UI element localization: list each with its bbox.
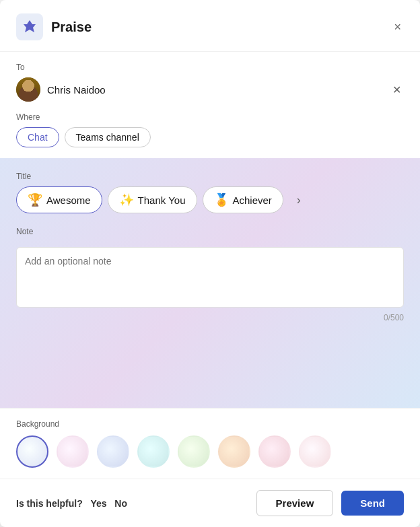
send-button[interactable]: Send [341,491,404,516]
to-label: To [16,63,404,72]
badge-thank-you-button[interactable]: ✨ Thank You [108,186,197,213]
badge-achiever-button[interactable]: 🏅 Achiever [203,186,283,213]
modal-title: Praise [51,20,391,35]
badge-awesome-button[interactable]: 🏆 Awesome [16,186,102,213]
color-circle-blush[interactable] [258,435,291,468]
remove-recipient-button[interactable]: ✕ [390,81,404,99]
background-section: Background [0,408,420,479]
note-section: Note 0/500 [16,227,404,322]
badge-thank-you-label: Thank You [138,195,186,206]
color-circle-light-green[interactable] [178,435,210,468]
note-count: 0/500 [16,313,404,322]
preview-button[interactable]: Preview [256,490,334,516]
to-section: To Chris Naidoo ✕ [0,52,420,110]
where-teams-channel-button[interactable]: Teams channel [65,127,151,147]
modal-header: Praise × [0,0,420,52]
note-label: Note [16,227,404,236]
badge-awesome-label: Awesome [46,195,91,206]
color-circle-mint[interactable] [137,435,170,468]
gradient-section: Title 🏆 Awesome ✨ Thank You 🏅 Achiever ›… [0,158,420,408]
where-label: Where [16,112,404,122]
color-circle-pink[interactable] [57,435,89,468]
footer: Is this helpful? Yes No Preview Send [0,479,420,527]
awesome-emoji: 🏆 [28,192,42,207]
recipient-name: Chris Naidoo [47,84,383,96]
close-button[interactable]: × [391,17,404,37]
avatar [16,77,40,102]
color-circle-light-blue[interactable] [97,435,129,468]
praise-icon [16,13,43,40]
color-circles [16,435,404,468]
color-circle-lavender[interactable] [16,435,48,468]
badge-achiever-label: Achiever [233,195,272,206]
achiever-emoji: 🏅 [214,192,229,207]
no-link[interactable]: No [114,498,127,509]
background-label: Background [16,419,404,429]
color-circle-pale-pink[interactable] [299,435,331,468]
recipient-row: Chris Naidoo ✕ [16,77,404,102]
more-badges-button[interactable]: › [291,190,306,210]
helpful-question: Is this helpful? [16,498,83,509]
title-badges-row: 🏆 Awesome ✨ Thank You 🏅 Achiever › [16,186,404,213]
title-label: Title [16,172,404,181]
note-textarea[interactable] [16,247,404,308]
thank-you-emoji: ✨ [119,192,134,207]
color-circle-peach[interactable] [218,435,250,468]
where-section: Where Chat Teams channel [0,110,420,158]
where-chat-button[interactable]: Chat [16,127,59,147]
helpful-text: Is this helpful? Yes No [16,498,248,509]
where-buttons: Chat Teams channel [16,127,404,147]
yes-link[interactable]: Yes [90,498,106,509]
praise-modal: Praise × To Chris Naidoo ✕ Where Chat Te… [0,0,420,527]
